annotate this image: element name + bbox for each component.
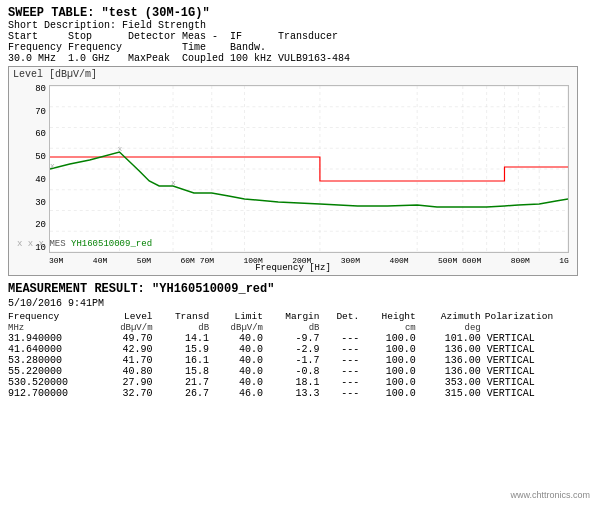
cell-height: 100.0 <box>363 355 420 366</box>
cell-margin: 18.1 <box>267 377 324 388</box>
cell-height: 100.0 <box>363 366 420 377</box>
svg-text:x: x <box>171 178 176 187</box>
unit-level: dBµV/m <box>103 323 157 333</box>
unit-margin: dB <box>267 323 324 333</box>
col-stop-label: Stop <box>68 31 128 42</box>
cell-det: --- <box>324 366 364 377</box>
unit-polarization <box>485 323 592 333</box>
th-azimuth: Azimuth <box>420 311 485 323</box>
cell-transd: 21.7 <box>157 377 214 388</box>
table-row: 41.640000 42.90 15.9 40.0 -2.9 --- 100.0… <box>8 344 592 355</box>
sweep-table: Start Stop Detector Meas - IF Transducer… <box>8 31 356 64</box>
svg-text:x: x <box>50 161 55 170</box>
meas-title: MEASUREMENT RESULT: "YH160510009_red" <box>8 282 592 296</box>
cell-polarization: VERTICAL <box>485 377 592 388</box>
y-label-20: 20 <box>35 221 46 230</box>
unit-azimuth: deg <box>420 323 485 333</box>
th-det: Det. <box>324 311 364 323</box>
th-polarization: Polarization <box>485 311 592 323</box>
th-limit: Limit <box>213 311 267 323</box>
table-row: 53.280000 41.70 16.1 40.0 -1.7 --- 100.0… <box>8 355 592 366</box>
y-label-30: 30 <box>35 199 46 208</box>
cell-frequency: 55.220000 <box>8 366 103 377</box>
chart-inner: x x x <box>49 85 569 253</box>
cell-frequency: 41.640000 <box>8 344 103 355</box>
cell-transd: 26.7 <box>157 388 214 399</box>
cell-azimuth: 101.00 <box>420 333 485 344</box>
table-row: 912.700000 32.70 26.7 46.0 13.3 --- 100.… <box>8 388 592 399</box>
sub-bandw: Bandw. <box>230 42 278 53</box>
chart-svg: x x x <box>50 86 568 252</box>
legend-green-label: YH160510009_red <box>71 239 152 249</box>
sub-blank2 <box>278 42 356 53</box>
x-axis-title: Frequency [Hz] <box>9 263 577 273</box>
cell-level: 27.90 <box>103 377 157 388</box>
val-if: 100 kHz <box>230 53 278 64</box>
cell-azimuth: 136.00 <box>420 344 485 355</box>
cell-limit: 46.0 <box>213 388 267 399</box>
y-label-60: 60 <box>35 130 46 139</box>
cell-transd: 15.9 <box>157 344 214 355</box>
chart-y-label: Level [dBµV/m] <box>9 67 577 82</box>
sub-blank <box>128 42 182 53</box>
cell-polarization: VERTICAL <box>485 344 592 355</box>
cell-level: 41.70 <box>103 355 157 366</box>
cell-frequency: 53.280000 <box>8 355 103 366</box>
cell-margin: -1.7 <box>267 355 324 366</box>
sweep-title: SWEEP TABLE: "test (30M-1G)" <box>8 6 592 20</box>
cell-margin: -0.8 <box>267 366 324 377</box>
th-level: Level <box>103 311 157 323</box>
cell-frequency: 31.940000 <box>8 333 103 344</box>
cell-azimuth: 315.00 <box>420 388 485 399</box>
val-transducer: VULB9163-484 <box>278 53 356 64</box>
cell-det: --- <box>324 388 364 399</box>
col-transducer-label: Transducer <box>278 31 356 42</box>
page-wrapper: SWEEP TABLE: "test (30M-1G)" Short Descr… <box>0 0 600 405</box>
cell-height: 100.0 <box>363 344 420 355</box>
sweep-desc: Short Description: Field Strength <box>8 20 592 31</box>
col-detector-label: Detector <box>128 31 182 42</box>
cell-frequency: 530.520000 <box>8 377 103 388</box>
chart-legend: x x x MES YH160510009_red <box>13 237 156 251</box>
cell-polarization: VERTICAL <box>485 366 592 377</box>
sub-freq2: Frequency <box>68 42 128 53</box>
y-label-40: 40 <box>35 176 46 185</box>
table-row: 530.520000 27.90 21.7 40.0 18.1 --- 100.… <box>8 377 592 388</box>
sub-freq1: Frequency <box>8 42 68 53</box>
legend-x-marks: x x x <box>17 239 49 249</box>
col-start-label: Start <box>8 31 68 42</box>
table-row: 31.940000 49.70 14.1 40.0 -9.7 --- 100.0… <box>8 333 592 344</box>
cell-level: 42.90 <box>103 344 157 355</box>
chart-container: Level [dBµV/m] 80 70 60 50 40 30 20 10 <box>8 66 578 276</box>
cell-limit: 40.0 <box>213 366 267 377</box>
y-label-50: 50 <box>35 153 46 162</box>
cell-margin: -2.9 <box>267 344 324 355</box>
meas-tbody: 31.940000 49.70 14.1 40.0 -9.7 --- 100.0… <box>8 333 592 399</box>
meas-date: 5/10/2016 9:41PM <box>8 298 592 309</box>
th-frequency: Frequency <box>8 311 103 323</box>
cell-det: --- <box>324 333 364 344</box>
val-detector: MaxPeak <box>128 53 182 64</box>
cell-transd: 15.8 <box>157 366 214 377</box>
col-if-label: IF <box>230 31 278 42</box>
cell-margin: -9.7 <box>267 333 324 344</box>
sub-time: Time <box>182 42 230 53</box>
meas-section: MEASUREMENT RESULT: "YH160510009_red" 5/… <box>8 282 592 399</box>
table-row: 55.220000 40.80 15.8 40.0 -0.8 --- 100.0… <box>8 366 592 377</box>
cell-azimuth: 136.00 <box>420 355 485 366</box>
cell-limit: 40.0 <box>213 377 267 388</box>
cell-height: 100.0 <box>363 377 420 388</box>
cell-limit: 40.0 <box>213 333 267 344</box>
unit-mhz: MHz <box>8 323 103 333</box>
val-start-freq: 30.0 MHz <box>8 53 68 64</box>
y-label-80: 80 <box>35 85 46 94</box>
legend-mes-label: MES <box>49 239 71 249</box>
cell-polarization: VERTICAL <box>485 388 592 399</box>
cell-det: --- <box>324 355 364 366</box>
col-meas-label: Meas - <box>182 31 230 42</box>
th-height: Height <box>363 311 420 323</box>
cell-transd: 14.1 <box>157 333 214 344</box>
cell-det: --- <box>324 377 364 388</box>
th-transd: Transd <box>157 311 214 323</box>
cell-limit: 40.0 <box>213 355 267 366</box>
